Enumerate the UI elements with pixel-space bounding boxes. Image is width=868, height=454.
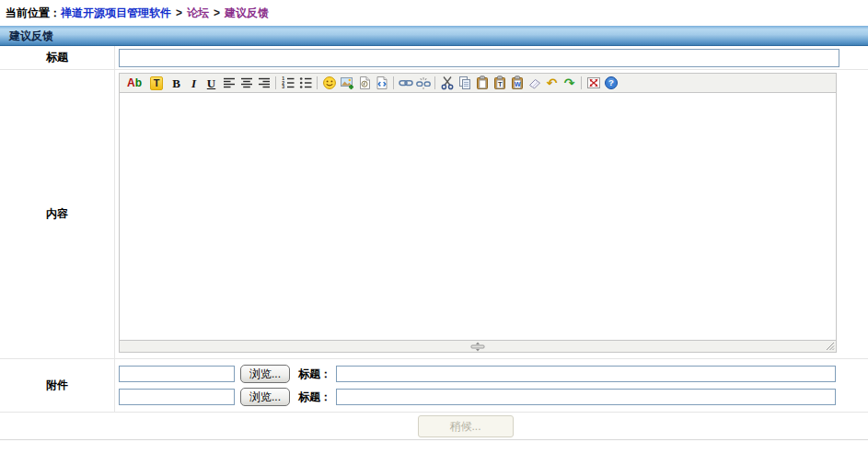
editor-content[interactable]: [120, 93, 836, 340]
toolbar-separator: [581, 76, 582, 89]
breadcrumb-separator: >: [214, 6, 220, 19]
rich-text-editor: Ab T B I U 123: [119, 73, 837, 353]
highlight-icon[interactable]: T: [145, 75, 168, 91]
unordered-list-icon[interactable]: [296, 75, 314, 91]
toolbar-separator: [317, 76, 318, 89]
attachment-caption-input[interactable]: [336, 389, 836, 405]
font-color-icon[interactable]: Ab: [123, 75, 145, 91]
attachment-row: 附件 浏览... 标题： 浏览... 标题：: [0, 359, 868, 413]
page-title-bar: 建议反馈: [0, 26, 868, 46]
breadcrumb-link-forum[interactable]: 论坛: [187, 6, 209, 19]
fullscreen-icon[interactable]: [584, 75, 602, 91]
svg-text:T: T: [498, 80, 503, 88]
attachment-caption-label: 标题：: [298, 367, 331, 382]
breadcrumb: 当前位置：禅道开源项目管理软件>论坛>建议反馈: [0, 0, 868, 26]
copy-icon[interactable]: [456, 75, 473, 91]
page-title: 建议反馈: [9, 29, 53, 42]
title-row: 标题: [0, 46, 868, 70]
align-center-icon[interactable]: [237, 75, 255, 91]
content-row: 内容 Ab T B I U 123: [0, 70, 868, 359]
link-icon[interactable]: [397, 75, 414, 91]
align-left-icon[interactable]: [220, 75, 237, 91]
submit-row: 稍候...: [0, 413, 868, 440]
toolbar-separator: [393, 76, 394, 89]
unlink-icon[interactable]: [414, 75, 432, 91]
toolbar-separator: [275, 76, 276, 89]
title-input[interactable]: [119, 49, 839, 67]
insert-image-icon[interactable]: [338, 75, 355, 91]
attachment-label: 附件: [0, 359, 115, 412]
paste-text-icon[interactable]: T: [491, 75, 508, 91]
editor-statusbar: [120, 340, 836, 352]
title-label: 标题: [0, 46, 115, 69]
attachment-file-input[interactable]: [119, 389, 235, 405]
emoticon-icon[interactable]: [320, 75, 338, 91]
attachment-line: 浏览... 标题：: [119, 388, 836, 406]
italic-icon[interactable]: I: [185, 75, 203, 91]
editor-toolbar: Ab T B I U 123: [120, 74, 836, 93]
editor-resize-handle[interactable]: [468, 342, 488, 352]
editor-resize-grip[interactable]: [826, 342, 835, 351]
insert-media-icon[interactable]: [355, 75, 373, 91]
paste-icon[interactable]: [473, 75, 491, 91]
breadcrumb-link-home[interactable]: 禅道开源项目管理软件: [61, 6, 171, 19]
svg-text:3: 3: [282, 84, 284, 89]
insert-code-icon[interactable]: [373, 75, 390, 91]
help-icon[interactable]: ?: [602, 75, 619, 91]
bold-icon[interactable]: B: [168, 75, 185, 91]
feedback-form: 标题 内容 Ab T B I U 123: [0, 46, 868, 440]
toolbar-separator: [434, 76, 435, 89]
underline-icon[interactable]: U: [203, 75, 220, 91]
breadcrumb-separator: >: [176, 6, 182, 19]
remove-format-icon[interactable]: [526, 75, 543, 91]
undo-icon[interactable]: ↶: [543, 75, 561, 91]
ordered-list-icon[interactable]: 123: [279, 75, 296, 91]
browse-button[interactable]: 浏览...: [240, 365, 290, 383]
svg-text:W: W: [514, 81, 520, 87]
browse-button[interactable]: 浏览...: [240, 388, 290, 406]
redo-icon[interactable]: ↷: [561, 75, 578, 91]
attachment-caption-input[interactable]: [336, 366, 836, 382]
attachment-line: 浏览... 标题：: [119, 365, 836, 383]
breadcrumb-label: 当前位置：: [6, 6, 61, 19]
breadcrumb-link-feedback[interactable]: 建议反馈: [225, 6, 269, 19]
attachment-caption-label: 标题：: [298, 390, 331, 405]
svg-text:?: ?: [608, 77, 614, 87]
align-right-icon[interactable]: [255, 75, 272, 91]
paste-word-icon[interactable]: W: [508, 75, 526, 91]
content-label: 内容: [0, 70, 115, 358]
cut-icon[interactable]: [438, 75, 456, 91]
attachment-file-input[interactable]: [119, 366, 235, 382]
submit-button[interactable]: 稍候...: [418, 415, 514, 437]
